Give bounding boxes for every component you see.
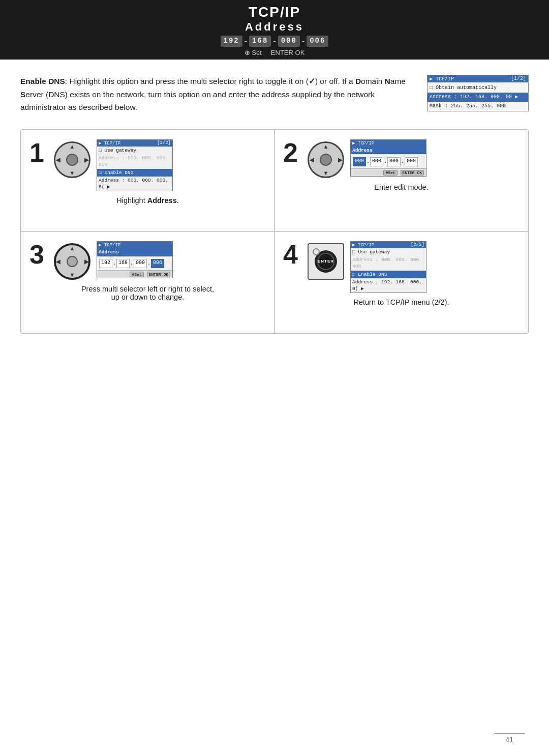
step-2-cell: 2 ▲ ▼ ◀ ▶ ▶ TCP/IP Address 000 . xyxy=(274,130,528,231)
s4-row-1: □ Use gateway xyxy=(351,248,426,256)
step-3-octets: 192 . 168 . 000 . 006 xyxy=(97,257,172,270)
step-4-screen: ▶ TCP/IP [2/2] □ Use gateway Address : 0… xyxy=(350,241,426,294)
side-screen-row-1: □ Obtain automatically xyxy=(428,83,528,93)
s3-bottom: ⊕Set ENTER OK xyxy=(97,271,172,278)
step-1-number: 1 xyxy=(29,139,48,166)
step-3-content: 3 ▲ ▼ ◀ ▶ ▶ TCP/IP Address 192 . xyxy=(29,241,266,280)
ip-seg-1: 192 xyxy=(221,36,242,47)
step-1-screen: ▶ TCP/IP [2/2] □ Use gateway Address : 0… xyxy=(97,139,173,192)
s2-subtitle: Address xyxy=(351,147,426,154)
step-2-number: 2 xyxy=(283,139,301,166)
banner-subtitle: Address xyxy=(0,20,549,34)
ip-seg-2: 168 xyxy=(249,36,271,47)
top-banner: TCP/IP Address 192 - 168 - 000 - 006 ⊕ S… xyxy=(0,0,549,60)
dpad-left-arrow-3: ◀ xyxy=(56,258,60,265)
octet-0: 000 xyxy=(353,157,366,166)
dpad-right-arrow: ▶ xyxy=(84,156,88,163)
s1-row-3: ☑ Enable DNS xyxy=(97,169,172,177)
step-1-content: 1 ▲ ▼ ◀ ▶ ▶ TCP/IP [2/2] □ Use gateway A… xyxy=(29,139,266,192)
banner-ip: 192 - 168 - 000 - 006 xyxy=(0,36,549,47)
page-number: 41 xyxy=(505,736,513,744)
steps-grid: 1 ▲ ▼ ◀ ▶ ▶ TCP/IP [2/2] □ Use gateway A… xyxy=(20,129,529,334)
step-3-screen: ▶ TCP/IP Address 192 . 168 . 000 . 006 ⊕… xyxy=(97,241,173,278)
s3-octet-1: 168 xyxy=(116,259,130,268)
step-4-cell: 4 ENTER ▶ TCP/IP [2/2] □ Use gateway Add… xyxy=(274,231,528,333)
banner-title: TCP/IP xyxy=(0,4,549,20)
dpad-left-arrow-2: ◀ xyxy=(310,156,314,163)
octet-1: 000 xyxy=(370,157,383,166)
dpad-up-arrow-2: ▲ xyxy=(323,143,329,150)
s4-row-4: Address : 192. 168. 000. 0( ▶ xyxy=(351,278,426,293)
s1-row-4: Address : 000. 000. 000. 0( ▶ xyxy=(97,177,172,191)
dpad-down-arrow-3: ▼ xyxy=(70,272,75,278)
step-1-cell: 1 ▲ ▼ ◀ ▶ ▶ TCP/IP [2/2] □ Use gateway A… xyxy=(21,130,274,231)
side-screen-row-3: Mask : 255. 255. 255. 000 xyxy=(428,102,528,111)
dpad-right-arrow-2: ▶ xyxy=(338,156,342,163)
step-2-screen: ▶ TCP/IP Address 000 . 000 . 000 . 000 ⊕… xyxy=(350,139,426,177)
s1-row-1: □ Use gateway xyxy=(97,147,172,154)
s2-bottom: ⊕Set ENTER OK xyxy=(351,169,426,176)
step-4-enter: ENTER xyxy=(308,243,344,280)
s3-octet-2: 000 xyxy=(134,259,147,268)
dpad-down-arrow-2: ▼ xyxy=(323,170,329,176)
s3-octet-3: 006 xyxy=(151,259,164,268)
step-2-caption: Enter edit mode. xyxy=(374,183,428,191)
s3-subtitle: Address xyxy=(97,248,172,256)
s1-row-2: Address : 000. 000. 000. 000 xyxy=(97,154,172,169)
banner-bottom: ⊕ Set ENTER OK xyxy=(0,49,549,56)
s4-row-3: ☑ Enable DNS xyxy=(351,271,426,278)
step-1-dpad: ▲ ▼ ◀ ▶ xyxy=(54,141,90,178)
step-1-caption: Highlight Address. xyxy=(116,196,179,205)
dpad-up-arrow-3: ▲ xyxy=(70,245,75,251)
s3-octet-0: 192 xyxy=(99,259,112,268)
dpad-left-arrow: ◀ xyxy=(56,156,60,163)
ip-seg-3: 000 xyxy=(278,36,300,47)
dpad-up-arrow: ▲ xyxy=(70,143,75,150)
s4-row-2: Address : 000. 000. 000. 000 xyxy=(351,256,426,271)
step-3-caption: Press multi selector left or right to se… xyxy=(81,285,214,301)
step-4-caption: Return to TCP/IP menu (2/2). xyxy=(353,298,449,306)
octet-3: 000 xyxy=(405,157,418,166)
intro-text: Enable DNS: Highlight this option and pr… xyxy=(20,75,415,114)
step-3-cell: 3 ▲ ▼ ◀ ▶ ▶ TCP/IP Address 192 . xyxy=(21,231,274,333)
step-4-number: 4 xyxy=(283,241,301,268)
dpad-right-arrow-3: ▶ xyxy=(84,258,88,265)
side-screen-row-2: Address : 192. 168. 000. 00 ▶ xyxy=(428,93,528,102)
page-footer: 41 xyxy=(494,733,525,744)
enable-dns-term: Enable DNS xyxy=(20,77,65,85)
octet-2: 000 xyxy=(387,157,401,166)
step-2-octets: 000 . 000 . 000 . 000 xyxy=(351,156,426,168)
step-4-content: 4 ENTER ▶ TCP/IP [2/2] □ Use gateway Add… xyxy=(283,241,520,294)
step-2-dpad: ▲ ▼ ◀ ▶ xyxy=(308,141,344,178)
dpad-down-arrow: ▼ xyxy=(70,170,75,176)
side-screen: ▶ TCP/IP [1/2] □ Obtain automatically Ad… xyxy=(427,75,529,111)
intro-section: Enable DNS: Highlight this option and pr… xyxy=(0,60,549,124)
ip-seg-4: 006 xyxy=(307,36,328,47)
side-screen-titlebar: ▶ TCP/IP [1/2] xyxy=(428,75,528,82)
step-3-number: 3 xyxy=(29,241,48,268)
step-3-dpad: ▲ ▼ ◀ ▶ xyxy=(54,243,90,280)
step-2-content: 2 ▲ ▼ ◀ ▶ ▶ TCP/IP Address 000 . xyxy=(283,139,520,178)
